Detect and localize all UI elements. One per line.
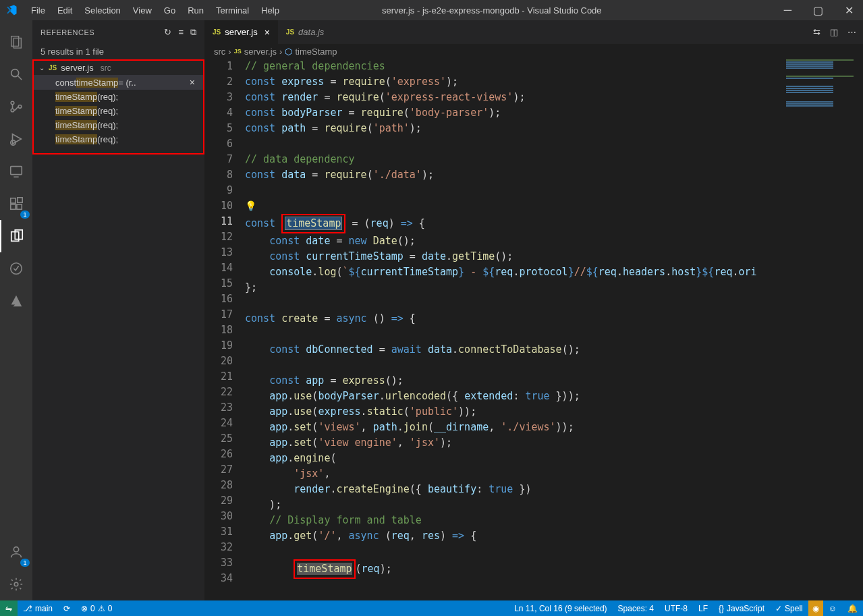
tab-label: data.js [298,27,324,37]
activitybar: 1 1 [0,20,32,600]
menu-go[interactable]: Go [159,3,181,18]
reference-file-path: src [101,63,111,73]
split-editor-icon[interactable]: ◫ [830,27,838,37]
language-mode[interactable]: {} JavaScript [713,600,770,616]
breadcrumb-file[interactable]: server.js [244,47,277,57]
menu-view[interactable]: View [128,3,157,18]
code-editor[interactable]: 1234567891011121314151617181920212223242… [204,59,863,600]
branch-icon: ⎇ [23,604,32,613]
references-icon[interactable] [0,220,32,252]
references-summary: 5 results in 1 file [32,44,204,59]
problems[interactable]: ⊗0 ⚠0 [76,604,117,613]
tab-server-js[interactable]: JS server.js × [204,20,278,44]
reference-item[interactable]: timeStamp(req); [34,118,203,132]
more-icon[interactable]: ⋯ [847,27,856,37]
breadcrumb-symbol[interactable]: timeStamp [295,47,337,57]
notifications-icon[interactable]: 🔔 [842,600,863,616]
menu-selection[interactable]: Selection [79,3,126,18]
reference-item[interactable]: timeStamp(req); [34,132,203,146]
js-icon: JS [286,28,294,36]
close-tab-icon[interactable]: × [265,27,270,38]
svg-point-2 [11,69,19,77]
line-gutter: 1234567891011121314151617181920212223242… [204,59,245,600]
remote-explorer-icon[interactable] [0,155,32,188]
source-control-icon[interactable] [0,90,32,123]
collapse-icon[interactable]: ⧉ [190,27,196,38]
annotation-red-box: ⌄ JS server.js src const timeStamp = (r.… [32,59,204,155]
breadcrumb-folder[interactable]: src [214,47,225,57]
indentation[interactable]: Spaces: 4 [613,600,659,616]
feedback-icon[interactable]: ☺ [823,600,842,616]
svg-rect-10 [11,198,16,203]
explorer-icon[interactable] [0,26,32,58]
chevron-down-icon: ⌄ [39,64,45,72]
git-branch[interactable]: ⎇main [18,604,58,613]
vscode-logo-icon [5,4,18,16]
testing-icon[interactable] [0,252,32,285]
js-icon: JS [49,64,57,72]
reference-file-name: server.js [61,63,93,73]
svg-point-6 [18,105,22,109]
braces-icon: {} [719,604,724,613]
close-icon[interactable]: ✕ [841,4,858,17]
svg-point-5 [11,109,14,112]
remote-icon: ⇋ [5,604,12,613]
clear-icon[interactable]: ≡ [178,27,184,38]
reference-item[interactable]: const timeStamp = (r..× [34,75,203,90]
dismiss-icon[interactable]: × [190,77,195,88]
tab-data-js[interactable]: JS data.js [278,20,333,44]
svg-point-17 [13,547,18,552]
extensions-icon[interactable]: 1 [0,188,32,220]
minimap[interactable] [786,59,854,261]
maximize-icon[interactable]: ▢ [809,4,827,17]
symbol-icon: ⬡ [285,47,292,57]
editor-tabs: JS server.js × JS data.js ⇆ ◫ ⋯ [204,20,863,44]
copilot-icon[interactable]: ◉ [808,600,823,616]
references-sidebar: REFERENCES ↻ ≡ ⧉ 5 results in 1 file ⌄ J… [32,20,204,600]
sync-button[interactable]: ⟳ [58,604,76,613]
reference-item[interactable]: timeStamp(req); [34,104,203,118]
svg-rect-12 [17,204,22,209]
error-icon: ⊗ [81,604,88,613]
minimize-icon[interactable]: ─ [780,4,796,17]
sidebar-actions: ↻ ≡ ⧉ [164,27,196,38]
js-icon: JS [213,28,221,36]
reference-file[interactable]: ⌄ JS server.js src [34,61,203,75]
code-content[interactable]: // general dependencies const express = … [245,59,863,600]
accounts-icon[interactable]: 1 [0,536,32,568]
warning-icon: ⚠ [98,604,105,613]
svg-line-3 [18,76,22,80]
search-icon[interactable] [0,58,32,90]
reference-item[interactable]: timeStamp(req); [34,90,203,104]
spell-check[interactable]: ✓ Spell [770,600,808,616]
svg-rect-13 [18,198,22,202]
sync-icon: ⟳ [63,604,70,613]
svg-rect-8 [11,167,22,175]
eol[interactable]: LF [693,600,713,616]
run-debug-icon[interactable] [0,123,32,155]
encoding[interactable]: UTF-8 [659,600,693,616]
window-title: server.js - js-e2e-express-mongodb - Vis… [204,5,780,16]
azure-icon[interactable] [0,285,32,317]
titlebar: File Edit Selection View Go Run Terminal… [0,0,863,20]
breadcrumb[interactable]: src › JS server.js › ⬡ timeStamp [204,44,863,59]
js-icon: JS [234,48,242,55]
cursor-position[interactable]: Ln 11, Col 16 (9 selected) [509,600,612,616]
editor: JS server.js × JS data.js ⇆ ◫ ⋯ src › JS… [204,20,863,600]
remote-indicator[interactable]: ⇋ [0,600,18,616]
refresh-icon[interactable]: ↻ [164,27,171,38]
menu-edit[interactable]: Edit [52,3,78,18]
svg-point-18 [14,582,18,586]
menu-file[interactable]: File [26,3,51,18]
tab-label: server.js [225,27,257,37]
sidebar-title: REFERENCES [40,28,94,36]
sidebar-header: REFERENCES ↻ ≡ ⧉ [32,20,204,44]
compare-icon[interactable]: ⇆ [813,27,820,37]
svg-point-4 [11,101,14,105]
svg-rect-11 [11,204,16,209]
settings-gear-icon[interactable] [0,568,32,600]
svg-point-16 [11,263,22,275]
window-controls: ─ ▢ ✕ [780,4,858,17]
statusbar: ⇋ ⎇main ⟳ ⊗0 ⚠0 Ln 11, Col 16 (9 selecte… [0,600,863,616]
